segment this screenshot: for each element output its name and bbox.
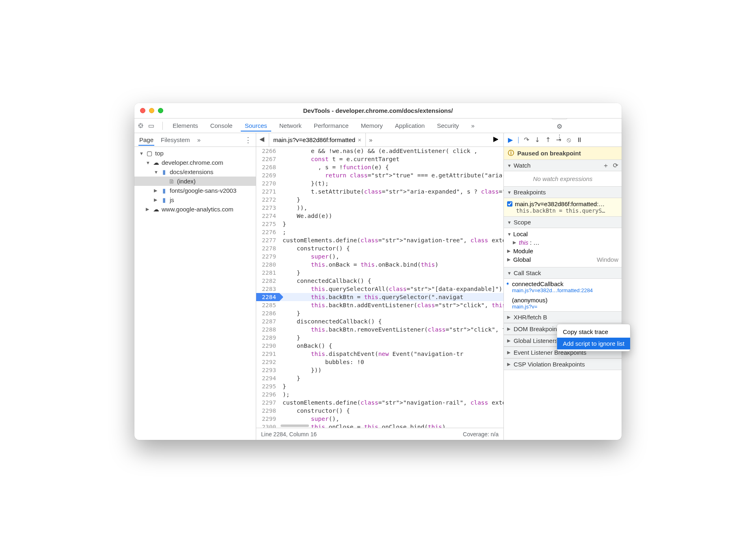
frame-location: main.js?v= bbox=[512, 304, 618, 310]
window-title: DevTools - developer.chrome.com/docs/ext… bbox=[134, 107, 622, 114]
refresh-watch-icon[interactable]: ⟳ bbox=[613, 162, 618, 169]
add-watch-icon[interactable]: ＋ bbox=[603, 162, 609, 169]
editor-nav-next-icon[interactable]: ⯈ bbox=[493, 137, 499, 143]
tree-top[interactable]: ▼▢top bbox=[134, 149, 256, 158]
debugger-toolbar: ▶⎹ ↷ ↓ ↑ → ⦸ ⏸ bbox=[504, 133, 622, 147]
file-tree[interactable]: ▼▢top ▼☁developer.chrome.com ▼▮docs/exte… bbox=[134, 147, 256, 440]
tab-sources[interactable]: Sources bbox=[241, 120, 271, 131]
window-titlebar: DevTools - developer.chrome.com/docs/ext… bbox=[134, 103, 622, 119]
horizontal-scrollbar[interactable] bbox=[281, 424, 309, 427]
step-icon[interactable]: → bbox=[556, 137, 562, 143]
tree-folder-docs[interactable]: ▼▮docs/extensions bbox=[134, 167, 256, 177]
tree-host-analytics[interactable]: ▶☁www.google-analytics.com bbox=[134, 205, 256, 214]
tree-folder-js[interactable]: ▶▮js bbox=[134, 195, 256, 205]
debugger-paused-banner: ⓘ Paused on breakpoint bbox=[504, 147, 622, 159]
editor-overflow[interactable]: » bbox=[366, 136, 376, 143]
tree-file-index[interactable]: 🗎(index) bbox=[134, 177, 256, 186]
menu-add-to-ignore-list[interactable]: Add script to ignore list bbox=[557, 338, 630, 349]
scope-global[interactable]: ▶GlobalWindow bbox=[507, 255, 618, 264]
debugger-panel: ▶⎹ ↷ ↓ ↑ → ⦸ ⏸ ⓘ Paused on breakpoint ▼W… bbox=[504, 133, 622, 440]
info-icon: ⓘ bbox=[508, 149, 514, 157]
settings-icon[interactable]: ⚙ bbox=[557, 123, 562, 130]
context-menu: Copy stack trace Add script to ignore li… bbox=[557, 324, 631, 351]
callstack-body: connectedCallback main.js?v=e382d…format… bbox=[504, 279, 622, 311]
navigator-tab-page[interactable]: Page bbox=[138, 134, 154, 146]
editor-statusbar: Line 2284, Column 16 Coverage: n/a bbox=[256, 428, 503, 440]
watch-section-head[interactable]: ▼Watch ＋⟳ bbox=[504, 159, 622, 171]
navigator-panel: Page Filesystem » ⋮ ▼▢top ▼☁developer.ch… bbox=[134, 133, 256, 440]
paused-text: Paused on breakpoint bbox=[517, 150, 581, 157]
separator bbox=[162, 122, 163, 130]
navigator-overflow[interactable]: » bbox=[197, 134, 201, 146]
breakpoint-snippet: this.backBtn = this.queryS… bbox=[507, 207, 618, 214]
line-gutter[interactable]: 2266226722682269227022712272227322742275… bbox=[256, 147, 279, 428]
scope-section-head[interactable]: ▼Scope bbox=[504, 216, 622, 228]
callstack-section-head[interactable]: ▼Call Stack bbox=[504, 267, 622, 279]
xhr-breakpoints-head[interactable]: ▶XHR/fetch B bbox=[504, 311, 622, 323]
tabs-overflow[interactable]: » bbox=[467, 120, 478, 131]
editor-tab-label: main.js?v=e382d86f:formatted bbox=[273, 136, 355, 143]
navigator-more-icon[interactable]: ⋮ bbox=[244, 136, 252, 144]
callstack-frame[interactable]: (anonymous) main.js?v= bbox=[504, 295, 622, 311]
tab-console[interactable]: Console bbox=[206, 120, 237, 131]
frame-location: main.js?v=e382d…formatted:2284 bbox=[512, 287, 618, 293]
tab-application[interactable]: Application bbox=[391, 120, 429, 131]
csp-breakpoints-head[interactable]: ▶CSP Violation Breakpoints bbox=[504, 358, 622, 370]
cursor-position: Line 2284, Column 16 bbox=[261, 431, 317, 437]
inspect-element-icon[interactable]: ⯐ bbox=[138, 123, 144, 129]
menu-copy-stack-trace[interactable]: Copy stack trace bbox=[557, 326, 630, 338]
step-over-icon[interactable]: ↷ bbox=[524, 137, 529, 143]
minimize-window-button[interactable] bbox=[149, 108, 154, 113]
editor-tab-main[interactable]: main.js?v=e382d86f:formatted × bbox=[269, 133, 366, 147]
tab-elements[interactable]: Elements bbox=[168, 120, 202, 131]
tree-folder-fonts[interactable]: ▶▮fonts/google-sans-v2003 bbox=[134, 186, 256, 195]
navigator-tabs: Page Filesystem » ⋮ bbox=[134, 133, 256, 147]
breakpoints-section-head[interactable]: ▼Breakpoints bbox=[504, 186, 622, 198]
breakpoint-item[interactable]: main.js?v=e382d86f:formatted:… this.back… bbox=[504, 198, 622, 216]
breakpoint-title: main.js?v=e382d86f:formatted:… bbox=[515, 200, 605, 207]
main-tabbar: ⯐ ▭ Elements Console Sources Network Per… bbox=[134, 119, 622, 133]
watch-empty: No watch expressions bbox=[504, 171, 622, 186]
scope-body: ▼Local ▶this: … ▶Module ▶GlobalWindow bbox=[504, 228, 622, 267]
callstack-frame[interactable]: connectedCallback main.js?v=e382d…format… bbox=[504, 279, 622, 295]
deactivate-breakpoints-icon[interactable]: ⦸ bbox=[567, 137, 571, 143]
resume-icon[interactable]: ▶⎹ bbox=[508, 137, 518, 143]
frame-name: (anonymous) bbox=[512, 297, 618, 304]
close-tab-icon[interactable]: × bbox=[358, 136, 361, 143]
code-source[interactable]: e && !we.nas(e) && (e.addEventListener( … bbox=[279, 147, 503, 428]
breakpoint-checkbox[interactable] bbox=[507, 201, 512, 207]
scope-module[interactable]: ▶Module bbox=[507, 247, 618, 255]
step-out-icon[interactable]: ↑ bbox=[545, 137, 551, 143]
navigator-tab-filesystem[interactable]: Filesystem bbox=[160, 134, 191, 146]
editor-tabbar: ⯇ main.js?v=e382d86f:formatted × » ⯈ bbox=[256, 133, 503, 147]
close-window-button[interactable] bbox=[140, 108, 145, 113]
device-toolbar-icon[interactable]: ▭ bbox=[148, 123, 154, 129]
editor-nav-prev-icon[interactable]: ⯇ bbox=[256, 133, 269, 147]
step-into-icon[interactable]: ↓ bbox=[535, 137, 540, 143]
pause-on-exceptions-icon[interactable]: ⏸ bbox=[576, 137, 583, 143]
editor-panel: ⯇ main.js?v=e382d86f:formatted × » ⯈ 226… bbox=[256, 133, 504, 440]
coverage-status: Coverage: n/a bbox=[463, 431, 499, 437]
tab-memory[interactable]: Memory bbox=[357, 120, 387, 131]
code-editor[interactable]: 2266226722682269227022712272227322742275… bbox=[256, 147, 503, 428]
tree-host[interactable]: ▼☁developer.chrome.com bbox=[134, 158, 256, 167]
tab-security[interactable]: Security bbox=[433, 120, 463, 131]
devtools-window: DevTools - developer.chrome.com/docs/ext… bbox=[134, 103, 622, 440]
zoom-window-button[interactable] bbox=[158, 108, 163, 113]
tab-performance[interactable]: Performance bbox=[310, 120, 353, 131]
scope-this[interactable]: ▶this: … bbox=[507, 238, 618, 247]
frame-name: connectedCallback bbox=[512, 280, 618, 287]
scope-local[interactable]: ▼Local bbox=[507, 230, 618, 238]
traffic-lights bbox=[140, 108, 163, 113]
tab-network[interactable]: Network bbox=[275, 120, 306, 131]
